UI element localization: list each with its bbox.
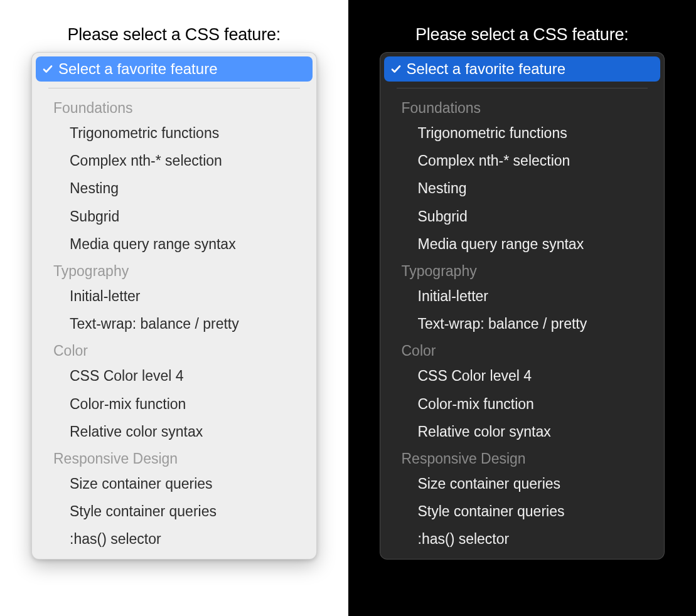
divider [397,88,648,88]
option-item[interactable]: Complex nth-* selection [384,147,661,174]
group-label: Typography [36,258,313,282]
option-item[interactable]: Subgrid [36,203,313,230]
option-item[interactable]: :has() selector [384,525,661,553]
option-item[interactable]: Nesting [36,174,313,202]
option-item[interactable]: Style container queries [36,497,313,525]
option-item[interactable]: Initial-letter [384,282,661,310]
group-label: Foundations [36,95,313,119]
option-item[interactable]: Complex nth-* selection [36,147,313,174]
dropdown-menu[interactable]: Select a favorite feature Foundations Tr… [380,52,665,560]
group-label: Color [384,337,661,362]
option-item[interactable]: CSS Color level 4 [384,362,661,390]
option-item[interactable]: Text-wrap: balance / pretty [36,310,313,337]
divider [48,88,300,88]
light-mode-pane: Please select a CSS feature: Select a fa… [0,0,348,616]
option-item[interactable]: Style container queries [384,497,661,525]
selected-option-label: Select a favorite feature [58,60,217,78]
option-item[interactable]: :has() selector [36,525,313,553]
dropdown-menu[interactable]: Select a favorite feature Foundations Tr… [31,52,317,560]
option-item[interactable]: Color-mix function [384,390,661,418]
group-label: Responsive Design [384,445,661,470]
option-groups: Foundations Trigonometric functions Comp… [384,92,661,554]
option-item[interactable]: Color-mix function [36,390,313,418]
group-label: Color [36,337,313,362]
selected-option[interactable]: Select a favorite feature [36,56,313,82]
option-item[interactable]: Initial-letter [36,282,313,310]
group-label: Foundations [384,95,661,119]
option-item[interactable]: Subgrid [384,203,661,230]
prompt-label: Please select a CSS feature: [67,25,281,45]
option-item[interactable]: Trigonometric functions [384,119,661,147]
prompt-label: Please select a CSS feature: [415,25,629,45]
option-item[interactable]: CSS Color level 4 [36,362,313,390]
option-item[interactable]: Media query range syntax [384,230,661,258]
option-item[interactable]: Nesting [384,174,661,202]
option-item[interactable]: Relative color syntax [384,418,661,445]
option-item[interactable]: Size container queries [36,470,313,497]
option-item[interactable]: Media query range syntax [36,230,313,258]
option-item[interactable]: Relative color syntax [36,418,313,445]
checkmark-icon [390,63,402,75]
dark-mode-pane: Please select a CSS feature: Select a fa… [348,0,697,616]
group-label: Responsive Design [36,445,313,470]
option-item[interactable]: Size container queries [384,470,661,497]
checkmark-icon [42,63,53,75]
selected-option-label: Select a favorite feature [407,60,565,78]
option-item[interactable]: Trigonometric functions [36,119,313,147]
selected-option[interactable]: Select a favorite feature [384,56,661,82]
group-label: Typography [384,258,661,282]
option-item[interactable]: Text-wrap: balance / pretty [384,310,661,337]
option-groups: Foundations Trigonometric functions Comp… [36,92,313,554]
